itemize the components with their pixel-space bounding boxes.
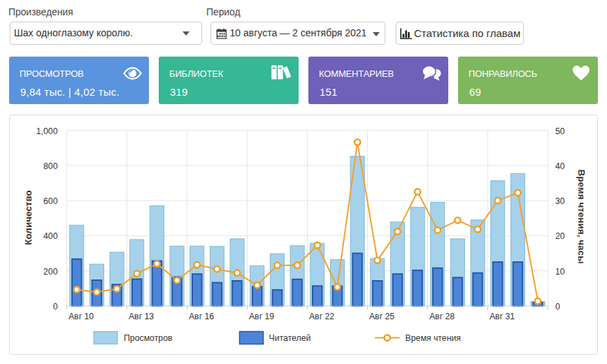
svg-text:Авг 16: Авг 16 [189, 312, 214, 321]
svg-text:1,000: 1,000 [36, 126, 58, 136]
svg-text:10: 10 [555, 267, 565, 277]
svg-text:0: 0 [555, 302, 560, 312]
svg-text:Количество: Количество [23, 190, 34, 245]
svg-text:200: 200 [43, 267, 58, 277]
svg-text:Время чтения: Время чтения [406, 333, 461, 343]
svg-text:Авг 22: Авг 22 [309, 312, 334, 321]
svg-text:Авг 13: Авг 13 [129, 312, 154, 321]
svg-text:40: 40 [555, 161, 565, 171]
svg-text:Время чтения, часы: Время чтения, часы [576, 169, 587, 263]
svg-text:600: 600 [43, 196, 58, 206]
svg-text:50: 50 [555, 126, 565, 136]
svg-text:Авг 10: Авг 10 [69, 312, 94, 321]
svg-text:30: 30 [555, 196, 565, 206]
svg-text:Авг 28: Авг 28 [429, 312, 455, 321]
svg-text:400: 400 [43, 231, 58, 241]
svg-text:20: 20 [555, 231, 565, 241]
svg-text:Авг 19: Авг 19 [249, 312, 274, 321]
svg-text:800: 800 [43, 161, 58, 171]
svg-text:Читателей: Читателей [269, 333, 311, 343]
svg-text:Авг 25: Авг 25 [369, 312, 394, 321]
svg-text:Просмотров: Просмотров [124, 333, 173, 343]
svg-text:Авг 31: Авг 31 [490, 312, 515, 321]
svg-text:0: 0 [53, 302, 58, 312]
